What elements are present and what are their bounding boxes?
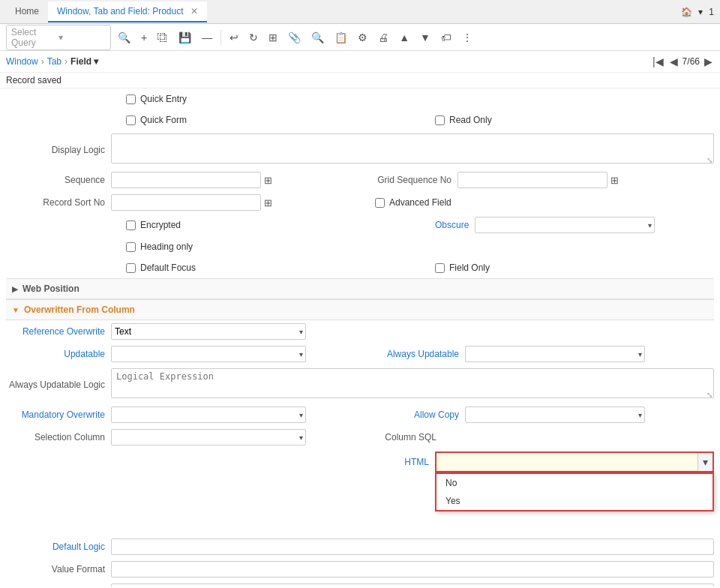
quick-form-label: Quick Form [140,115,187,125]
refresh-button[interactable]: ↻ [245,29,262,46]
copy-button[interactable]: ⿻ [154,29,172,46]
record-sort-calc-icon[interactable]: ⊞ [264,197,272,208]
sequence-label: Sequence [6,175,111,185]
grid-sequence-input[interactable]: 60 [458,172,608,188]
tag-button[interactable]: 🏷 [437,29,455,46]
overwritten-from-column-section[interactable]: ▼ Overwritten From Column [6,299,714,320]
read-only-logic-field [111,584,714,586]
overwritten-title: Overwritten From Column [24,304,135,315]
tab-count: 1 [709,7,714,17]
close-tab-icon[interactable]: ✕ [190,6,198,16]
note-button[interactable]: 📋 [331,29,351,46]
home-icon[interactable]: 🏠 [681,7,692,17]
heading-only-row: Heading only [6,236,714,257]
mandatory-allow-row: Mandatory Overwrite ▾ Allow Copy ▾ [6,404,714,426]
selection-column-select[interactable] [111,429,306,446]
always-updatable-logic-input[interactable] [111,368,714,398]
search-query-text: Select Query [11,27,58,48]
search-dropdown-icon[interactable]: ▾ [58,32,106,43]
page-info: 7/66 [682,56,700,67]
html-field-wrapper: ▾ Text No Yes [435,452,714,472]
html-row: HTML ▾ Text No Yes [6,448,714,476]
html-dropdown-btn[interactable]: ▾ [698,453,712,471]
dropdown-option-no[interactable]: No [436,474,712,492]
value-format-input[interactable] [111,561,714,578]
breadcrumb-tab[interactable]: Tab [47,56,62,67]
settings-button[interactable]: ⚙ [354,29,371,46]
save-button[interactable]: 💾 [175,29,195,46]
print-button[interactable]: 🖨 [374,29,392,46]
always-updatable-select[interactable] [465,346,645,362]
selection-column-label: Selection Column [6,432,111,442]
overwritten-toggle-icon: ▼ [12,306,20,314]
breadcrumb-sep-2: › [64,56,68,67]
more-button[interactable]: ⋮ [458,29,476,46]
field-only-field: Field Only [435,262,490,273]
quick-form-checkbox[interactable] [126,116,136,125]
attach-button[interactable]: 📎 [284,29,304,46]
browser-tab-bar: Home Window, Tab and Field: Product ✕ 🏠 … [0,0,720,24]
breadcrumb-window[interactable]: Window [6,56,38,67]
allow-copy-select[interactable] [465,406,645,423]
tab-arrow-icon[interactable]: ▾ [698,7,703,17]
tab-home[interactable]: Home [6,2,48,22]
read-only-logic-row: Read Only Logic [6,580,714,586]
search-query-box[interactable]: Select Query ▾ [6,25,111,50]
record-sort-label: Record Sort No [6,197,111,208]
encrypted-checkbox[interactable] [126,220,136,230]
html-input[interactable] [436,454,698,471]
breadcrumb-dropdown-icon[interactable]: ▾ [94,56,98,67]
obscure-select[interactable] [475,217,655,233]
prev-page-button[interactable]: ◀ [668,54,680,69]
display-logic-input[interactable] [111,134,714,164]
default-focus-checkbox[interactable] [126,263,136,273]
reference-overwrite-select[interactable]: Text [111,323,306,340]
updatable-select[interactable] [111,346,306,362]
zoom-button[interactable]: 🔍 [308,29,328,46]
search-button[interactable]: 🔍 [114,29,134,46]
read-only-logic-input[interactable] [111,584,714,586]
grid-sequence-no-label: Grid Sequence No [368,175,458,185]
default-focus-label: Default Focus [140,262,196,273]
default-logic-label: Default Logic [6,542,111,552]
tab-product[interactable]: Window, Tab and Field: Product ✕ [48,2,207,22]
read-only-checkbox[interactable] [435,116,445,125]
record-sort-input[interactable] [111,194,261,211]
sequence-row: Sequence 70 ⊞ Grid Sequence No 60 ⊞ [6,169,714,191]
always-updatable-label: Always Updatable [368,349,465,359]
next-page-button[interactable]: ▶ [703,54,714,69]
advanced-field-checkbox[interactable] [375,198,385,208]
default-logic-input[interactable] [111,538,714,555]
heading-only-checkbox[interactable] [126,242,136,252]
display-logic-label: Display Logic [6,145,111,155]
default-logic-row: Default Logic [6,536,714,558]
sequence-input[interactable]: 70 [111,172,261,188]
add-button[interactable]: + [137,29,151,46]
web-position-section[interactable]: ▶ Web Position [6,278,714,299]
default-focus-row: Default Focus Field Only [6,257,714,278]
down-button[interactable]: ▼ [416,29,434,46]
obscure-label: Obscure [435,220,469,230]
dropdown-option-yes[interactable]: Yes [436,492,712,510]
always-updatable-logic-label: Always Updatable Logic [6,380,111,390]
mandatory-overwrite-select[interactable] [111,406,306,423]
delete-button[interactable]: — [198,29,216,46]
always-updatable-logic-row: Always Updatable Logic ⤡ [6,365,714,404]
grid-calc-icon[interactable]: ⊞ [610,175,619,186]
display-logic-field: ⤡ [111,134,714,166]
up-button[interactable]: ▲ [395,29,413,46]
sequence-calc-icon[interactable]: ⊞ [264,175,272,186]
first-page-button[interactable]: |◀ [651,54,665,69]
grid-button[interactable]: ⊞ [265,29,281,46]
quick-entry-field: Quick Entry [126,94,187,104]
undo-button[interactable]: ↩ [226,29,242,46]
default-logic-field [111,538,714,555]
status-text: Record saved [6,75,62,86]
selection-column-sql-row: Selection Column ▾ Column SQL [6,426,714,448]
field-only-checkbox[interactable] [435,263,445,273]
allow-copy-label: Allow Copy [368,410,465,420]
au-logic-resize-icon: ⤡ [706,391,712,399]
value-format-label: Value Format [6,564,111,574]
quick-entry-checkbox[interactable] [126,94,136,104]
breadcrumb: Window › Tab › Field ▾ |◀ ◀ 7/66 ▶ [0,51,720,73]
